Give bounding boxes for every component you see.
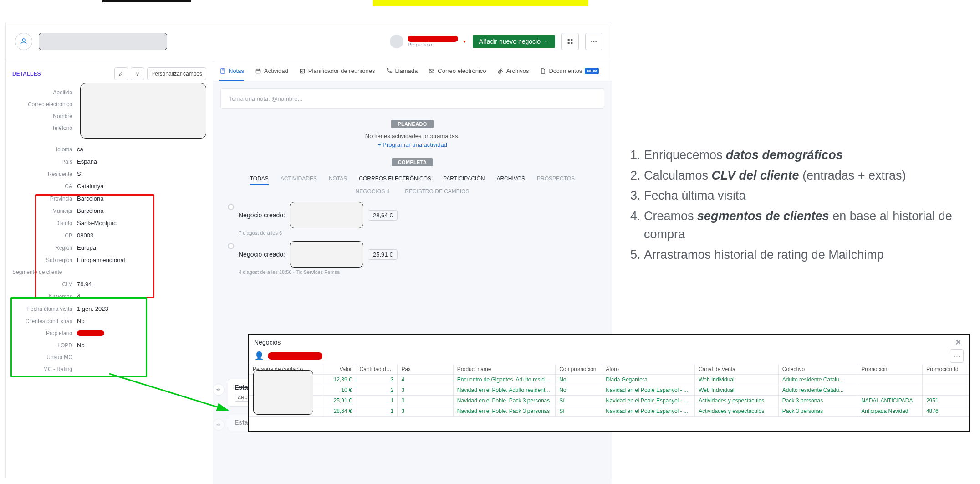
table-cell[interactable]: 25,91 € [323,396,356,406]
table-cell[interactable]: Anticipada Navidad [858,406,923,417]
table-cell[interactable]: Sí [556,406,602,417]
field-lopd-value[interactable]: No [77,342,85,349]
table-cell[interactable]: Adulto residente Catalu... [778,385,857,396]
table-row[interactable]: 25,91 €13Navidad en el Poble. Pack 3 per… [249,396,969,406]
table-cell[interactable]: 3 [398,385,453,396]
deals-column-header[interactable]: Promoción [858,364,923,375]
table-cell[interactable]: 12,39 € [323,375,356,385]
table-cell[interactable]: Pack 3 personas [778,396,857,406]
table-cell[interactable]: Actividades y espectáculos [695,396,779,406]
tab-archivos[interactable]: Archivos [497,61,529,81]
table-cell[interactable]: 10 € [323,385,356,396]
filter-participacion[interactable]: PARTICIPACIÓN [443,175,485,185]
deals-column-header[interactable]: Con promoción [556,364,602,375]
tab-actividad[interactable]: Actividad [255,61,288,81]
field-municipi-value[interactable]: Barcelona [77,207,104,214]
table-row[interactable]: 10 €23Navidad en el Poble. Adulto reside… [249,385,969,396]
table-cell[interactable]: Navidad en el Poble. Pack 3 personas [453,396,555,406]
field-residente-value[interactable]: Sí [77,170,82,177]
table-cell[interactable] [922,385,969,396]
schedule-activity-link[interactable]: + Programar una actividad [213,141,612,148]
timeline-deal-item[interactable]: Negocio creado:25,91 €4 d'agost de a les… [228,241,597,275]
filter-correos[interactable]: CORREOS ELECTRÓNICOS [359,175,431,185]
deals-column-header[interactable]: Aforo [602,364,695,375]
deals-more-button[interactable]: ⋯ [950,349,964,363]
deals-column-header[interactable]: Cantidad de ... [356,364,398,375]
table-cell[interactable]: No [556,385,602,396]
table-cell[interactable]: Encuentro de Gigantes. Adulto residente [453,375,555,385]
table-row[interactable]: 28,64 €13Navidad en el Poble. Pack 3 per… [249,406,969,417]
field-subregion-value[interactable]: Europa meridional [77,257,125,263]
table-cell[interactable]: Web Individual [695,385,779,396]
table-row[interactable]: 12,39 €34Encuentro de Gigantes. Adulto r… [249,375,969,385]
deals-column-header[interactable]: Colectivo [778,364,857,375]
tab-notas[interactable]: Notas [219,61,244,81]
details-title[interactable]: DETALLES [12,71,41,77]
edit-fields-button[interactable] [114,67,128,80]
tab-llamada[interactable]: Llamada [386,61,418,81]
table-cell[interactable]: 28,64 € [323,406,356,417]
customize-fields-button[interactable]: Personalizar campos [147,67,206,80]
table-cell[interactable]: 3 [398,396,453,406]
add-deal-button[interactable]: Añadir nuevo negocio [473,35,555,48]
table-cell[interactable]: Navidad en el Poble Espanyol - ... [602,406,695,417]
filter-fields-button[interactable] [131,67,144,80]
filter-negocios[interactable]: NEGOCIOS 4 [355,188,389,195]
filter-todas[interactable]: TODAS [250,175,269,185]
field-idioma-value[interactable]: ca [77,146,83,153]
tab-planificador[interactable]: Planificador de reuniones [299,61,375,81]
deals-column-header[interactable]: Pax [398,364,453,375]
table-cell[interactable]: Pack 3 personas [778,406,857,417]
timeline-deal-item[interactable]: Negocio creado:28,64 €7 d'agost de a les… [228,202,597,236]
deals-column-header[interactable]: Canal de venta [695,364,779,375]
table-cell[interactable]: Navidad en el Poble. Adulto residente C: [453,385,555,396]
field-provincia-value[interactable]: Barcelona [77,195,104,202]
table-cell[interactable]: 2 [356,385,398,396]
field-ca-value[interactable]: Catalunya [77,183,104,190]
grid-view-button[interactable] [561,33,579,50]
table-cell[interactable]: Diada Gegantera [602,375,695,385]
deals-column-header[interactable]: Product name [453,364,555,375]
table-cell[interactable]: 3 [356,375,398,385]
table-cell[interactable]: 4 [398,375,453,385]
table-cell[interactable]: NADAL ANTICIPADA [858,396,923,406]
table-cell[interactable] [858,375,923,385]
table-cell[interactable]: 1 [356,396,398,406]
field-propietario-value[interactable] [77,330,104,336]
tab-correo[interactable]: Correo electrónico [429,61,486,81]
filter-registro[interactable]: REGISTRO DE CAMBIOS [405,188,469,195]
table-cell[interactable]: Sí [556,396,602,406]
filter-prospectos[interactable]: PROSPECTOS [537,175,575,185]
close-deals-button[interactable]: ✕ [952,337,965,347]
table-cell[interactable]: Navidad en el Poble Espanyol - ... [602,396,695,406]
filter-notas[interactable]: NOTAS [329,175,347,185]
more-actions-button[interactable] [585,33,602,50]
table-cell[interactable]: Adulto residente Catalu... [778,375,857,385]
tab-documentos[interactable]: DocumentosNEW [540,61,599,81]
field-distrito-value[interactable]: Sants-Montjuïc [77,220,117,227]
field-pais-value[interactable]: España [77,158,97,165]
table-cell[interactable]: 1 [356,406,398,417]
table-cell[interactable] [858,385,923,396]
table-cell[interactable]: Navidad en el Poble. Pack 3 personas [453,406,555,417]
filter-actividades[interactable]: ACTIVIDADES [281,175,317,185]
note-input[interactable]: Toma una nota, @nombre... [220,88,604,109]
table-cell[interactable] [922,375,969,385]
field-fecha-value[interactable]: 1 gen. 2023 [77,305,108,312]
table-cell[interactable]: Navidad en el Poble Espanyol - ... [602,385,695,396]
field-nventas-value[interactable]: 4 [77,293,80,300]
field-clv-value[interactable]: 76.94 [77,281,92,288]
field-cp-value[interactable]: 08003 [77,232,93,239]
table-cell[interactable]: No [556,375,602,385]
filter-archivos[interactable]: ARCHIVOS [496,175,525,185]
table-cell[interactable]: 2951 [922,396,969,406]
table-cell[interactable]: 3 [398,406,453,417]
table-cell[interactable]: Actividades y espectáculos [695,406,779,417]
table-cell[interactable]: 4876 [922,406,969,417]
field-extras-value[interactable]: No [77,318,85,324]
deals-column-header[interactable]: Valor [323,364,356,375]
field-region-value[interactable]: Europa [77,244,96,251]
deals-column-header[interactable]: Promoción Id [922,364,969,375]
table-cell[interactable]: Web Individual [695,375,779,385]
owner-chip[interactable]: Propietario [390,35,466,48]
